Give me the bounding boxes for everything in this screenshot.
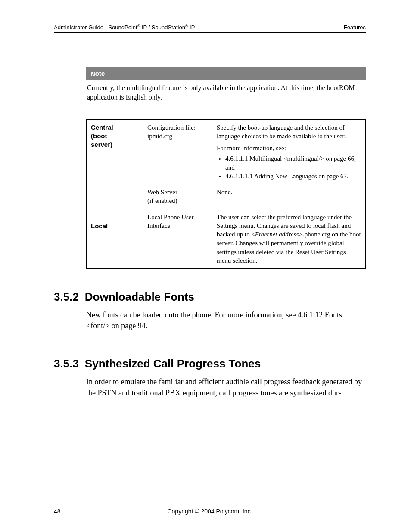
header-text: IP [188,24,195,31]
section-heading-352: 3.5.2 Downloadable Fonts [54,290,366,304]
list-item: 4.6.1.1.1.1 Adding New Languages on page… [225,172,361,180]
section-number: 3.5.2 [54,290,79,304]
registered-icon: ® [185,24,188,28]
cell-local-phone-ui: Local Phone User Interface [143,209,212,269]
header-text: Administrator Guide - SoundPoint [54,24,137,31]
cell-text: ipmid.cfg [147,133,172,140]
label-text: (boot [91,132,107,140]
cell-text: For more information, see: [217,144,361,152]
list-item: 4.6.1.1.1 Multilingual <multilingual/> o… [225,154,361,172]
table-row: Central (boot server) Configuration file… [87,119,366,184]
cell-text: (if enabled) [147,197,177,204]
section-body: New fonts can be loaded onto the phone. … [86,310,366,331]
cell-description: None. [212,184,366,209]
page-footer: 48 Copyright © 2004 Polycom, Inc. [54,508,366,515]
cell-text: Specify the boot-up language and the sel… [217,123,361,141]
copyright-text: Copyright © 2004 Polycom, Inc. [54,508,366,515]
row-label-central: Central (boot server) [87,119,143,184]
content-area: Note Currently, the multilingual feature… [86,67,366,398]
cell-text: Configuration file: [147,124,196,131]
cell-description: Specify the boot-up language and the sel… [212,119,366,184]
cell-web-server: Web Server (if enabled) [143,184,212,209]
header-left: Administrator Guide - SoundPoint® IP / S… [54,24,195,31]
section-heading-353: 3.5.3 Synthesized Call Progress Tones [54,357,366,370]
config-table: Central (boot server) Configuration file… [86,119,366,269]
note-heading: Note [86,67,366,80]
table-row: Local Web Server (if enabled) None. [87,184,366,209]
header-right: Features [344,24,366,31]
cell-text: Web Server [147,189,177,196]
note-callout: Note Currently, the multilingual feature… [86,67,366,102]
section-title: Synthesized Call Progress Tones [85,357,261,370]
cell-text-italic: Ethernet address [255,231,299,238]
label-text: Central [91,124,113,131]
section-title: Downloadable Fonts [85,290,194,304]
label-text: server) [91,141,112,148]
running-header: Administrator Guide - SoundPoint® IP / S… [54,24,366,33]
reference-list: 4.6.1.1.1 Multilingual <multilingual/> o… [217,154,361,180]
cell-config-file: Configuration file: ipmid.cfg [143,119,212,184]
header-text: IP / SoundStation [140,24,185,31]
note-body: Currently, the multilingual feature is o… [86,80,366,102]
cell-text: Local Phone User [147,214,193,221]
cell-description: The user can select the preferred langua… [212,209,366,269]
page-number: 48 [54,508,61,515]
cell-text: Interface [147,222,170,229]
row-label-local: Local [87,184,143,269]
document-page: Administrator Guide - SoundPoint® IP / S… [0,0,411,532]
section-body: In order to emulate the familiar and eff… [86,376,366,398]
section-number: 3.5.3 [54,357,79,370]
